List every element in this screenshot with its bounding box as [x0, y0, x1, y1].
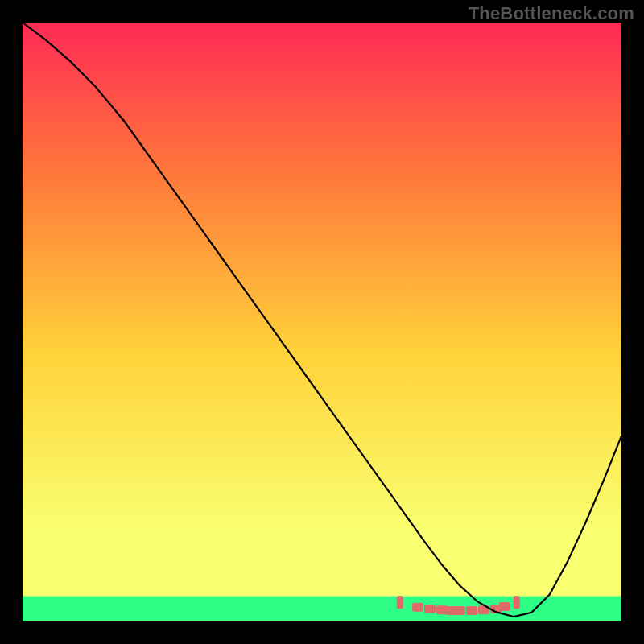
chart-frame: TheBottleneck.com — [0, 0, 644, 644]
optimum-marker — [454, 606, 465, 615]
optimum-marker — [412, 603, 423, 612]
watermark-text: TheBottleneck.com — [469, 3, 634, 24]
optimum-marker — [514, 596, 520, 609]
optimum-marker — [397, 596, 403, 609]
plot-area — [23, 23, 621, 621]
gradient-background — [23, 23, 621, 621]
optimum-marker — [466, 606, 477, 615]
optimum-marker — [499, 602, 510, 611]
optimum-marker — [424, 605, 436, 613]
chart-svg — [23, 23, 621, 621]
